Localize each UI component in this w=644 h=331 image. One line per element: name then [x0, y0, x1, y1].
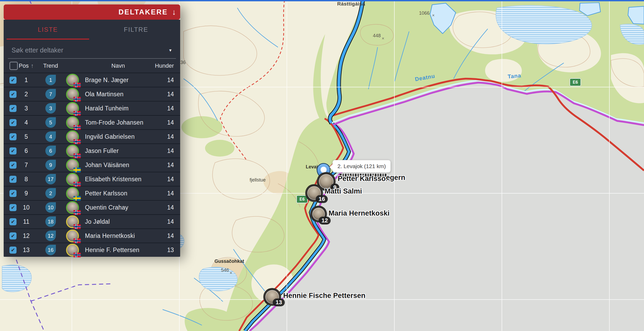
- column-trend[interactable]: Trend: [43, 62, 58, 69]
- participant-name: Jason Fuller: [80, 147, 157, 154]
- participant-avatar[interactable]: [66, 187, 79, 200]
- musher-count-badge: 12: [319, 217, 331, 225]
- participant-avatar[interactable]: [66, 173, 79, 185]
- checkpoint-tooltip[interactable]: 2. Levajok (121 km): [332, 160, 391, 173]
- row-checkbox-checked[interactable]: ✔: [9, 119, 17, 126]
- participant-name: Petter Karlsson: [80, 190, 157, 197]
- participant-avatar[interactable]: [66, 244, 79, 256]
- country-flag-icon: [73, 168, 81, 172]
- row-checkbox-checked[interactable]: ✔: [9, 204, 17, 211]
- row-checkbox-checked[interactable]: ✔: [9, 190, 17, 197]
- table-header: Pos ↑ Trend Navn Hunder: [4, 59, 180, 73]
- participant-row[interactable]: ✔ 1 1 Brage N. Jæger 14: [4, 73, 180, 87]
- check-icon: ✔: [11, 91, 15, 97]
- country-flag-icon: [73, 125, 81, 130]
- row-checkbox-checked[interactable]: ✔: [9, 147, 17, 154]
- row-checkbox-checked[interactable]: ✔: [9, 232, 17, 239]
- participant-row[interactable]: ✔ 4 5 Tom-Frode Johansen 14: [4, 115, 180, 129]
- sort-ascending-icon[interactable]: ↑: [31, 62, 34, 69]
- participant-name: Ingvild Gabrielsen: [80, 133, 157, 140]
- position-value: 3: [25, 105, 28, 112]
- trend-badge: 4: [45, 131, 56, 142]
- select-all-checkbox[interactable]: [9, 62, 18, 70]
- dog-count: 14: [167, 119, 174, 126]
- participant-search-field[interactable]: Søk etter deltaker ▼: [8, 40, 176, 59]
- check-icon: ✔: [11, 77, 15, 83]
- position-value: 9: [25, 190, 28, 197]
- trend-badge: 1: [45, 75, 56, 85]
- dog-count: 14: [167, 232, 174, 239]
- trend-badge: 5: [45, 117, 56, 128]
- dog-count: 14: [167, 190, 174, 197]
- column-hunder[interactable]: Hunder: [155, 62, 174, 69]
- participant-avatar[interactable]: [66, 88, 79, 100]
- tab-liste[interactable]: LISTE: [4, 20, 92, 40]
- participant-name: Harald Tunheim: [80, 105, 157, 112]
- trend-badge: 10: [45, 202, 56, 213]
- row-checkbox-checked[interactable]: ✔: [9, 162, 17, 169]
- trend-badge: 9: [45, 160, 56, 170]
- participant-avatar[interactable]: [66, 102, 79, 115]
- participant-avatar[interactable]: [66, 215, 79, 228]
- participant-avatar[interactable]: [66, 229, 79, 242]
- country-flag-icon: [73, 97, 81, 102]
- dog-count: 14: [167, 176, 174, 183]
- dog-count: 14: [167, 204, 174, 211]
- country-flag-icon: [73, 111, 81, 116]
- participant-row[interactable]: ✔ 3 3 Harald Tunheim 14: [4, 101, 180, 115]
- participant-row[interactable]: ✔ 6 6 Jason Fuller 14: [4, 143, 180, 158]
- position-value: 4: [25, 119, 28, 126]
- row-checkbox-checked[interactable]: ✔: [9, 218, 17, 225]
- participant-row[interactable]: ✔ 13 16 Hennie F. Pettersen 13: [4, 243, 180, 257]
- country-flag-icon: [73, 196, 81, 201]
- row-checkbox-checked[interactable]: ✔: [9, 133, 17, 140]
- country-flag-icon: [73, 253, 81, 257]
- participant-row[interactable]: ✔ 12 12 Maria Hernetkoski 14: [4, 228, 180, 243]
- pos-label: Pos: [19, 62, 29, 69]
- e6-road-badge: E6: [570, 78, 581, 86]
- check-icon: ✔: [11, 105, 15, 111]
- column-navn[interactable]: Navn: [111, 62, 125, 69]
- check-icon: ✔: [11, 162, 15, 168]
- position-value: 2: [25, 91, 28, 98]
- participant-avatar[interactable]: [66, 130, 79, 143]
- country-flag-icon: [73, 182, 81, 186]
- musher-label: Maria Hernetkoski: [329, 209, 390, 217]
- row-checkbox-checked[interactable]: ✔: [9, 105, 17, 112]
- participant-row[interactable]: ✔ 7 9 Johan Väisänen 14: [4, 158, 180, 172]
- participant-row[interactable]: ✔ 8 17 Elisabeth Kristensen 14: [4, 172, 180, 186]
- position-value: 11: [23, 218, 29, 225]
- participant-avatar[interactable]: [66, 145, 79, 157]
- tab-filtre[interactable]: FILTRE: [92, 20, 180, 40]
- participant-row[interactable]: ✔ 11 18 Jo Jøldal 14: [4, 214, 180, 228]
- collapse-arrow-icon: ↓: [172, 8, 176, 17]
- check-icon: ✔: [11, 148, 15, 154]
- participant-row[interactable]: ✔ 2 7 Ola Martinsen 14: [4, 87, 180, 101]
- trend-badge: 17: [45, 174, 56, 184]
- dog-count: 14: [167, 147, 174, 154]
- musher-label: Hennie Fische Pettersen: [283, 292, 366, 300]
- trend-badge: 18: [45, 216, 56, 227]
- participant-name: Jo Jøldal: [80, 218, 157, 225]
- check-icon: ✔: [11, 205, 15, 211]
- participant-avatar[interactable]: [66, 74, 79, 86]
- participant-avatar[interactable]: [66, 201, 79, 214]
- participant-avatar[interactable]: [66, 159, 79, 171]
- column-pos[interactable]: Pos ↑: [19, 62, 34, 69]
- row-checkbox-checked[interactable]: ✔: [9, 91, 17, 98]
- participant-row[interactable]: ✔ 10 10 Quentin Crahay 14: [4, 200, 180, 214]
- dropdown-caret-icon[interactable]: ▼: [168, 48, 172, 52]
- position-value: 12: [23, 232, 30, 239]
- row-checkbox-checked[interactable]: ✔: [9, 176, 17, 183]
- row-checkbox-checked[interactable]: ✔: [9, 247, 17, 254]
- deltakere-header-button[interactable]: DELTAKERE ↓: [4, 4, 180, 20]
- participant-row[interactable]: ✔ 5 4 Ingvild Gabrielsen 14: [4, 129, 180, 143]
- row-checkbox-checked[interactable]: ✔: [9, 77, 17, 84]
- participant-avatar[interactable]: [66, 116, 79, 129]
- participant-row[interactable]: ✔ 9 2 Petter Karlsson 14: [4, 186, 180, 200]
- position-value: 6: [25, 147, 28, 154]
- check-icon: ✔: [11, 233, 15, 239]
- dog-count: 14: [167, 133, 174, 140]
- panel-tabs: LISTE FILTRE: [4, 20, 180, 40]
- check-icon: ✔: [11, 176, 15, 182]
